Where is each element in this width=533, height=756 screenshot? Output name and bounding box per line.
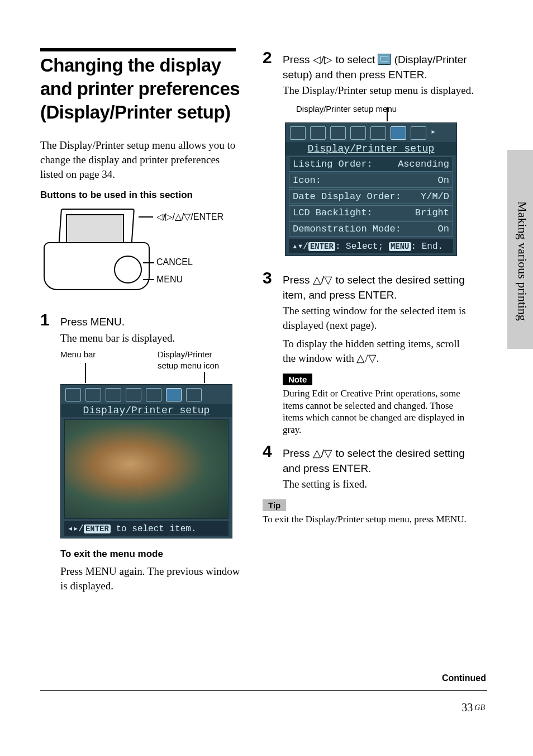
lcd-setting-label: Date Display Order: (293, 191, 401, 202)
title-rule (40, 48, 236, 51)
step-2-follow: The Display/Printer setup menu is displa… (283, 83, 475, 98)
lcd-menu-icon (290, 126, 306, 140)
lcd-hint: ◂▸/ENTER to select item. (64, 521, 229, 536)
intro-paragraph: The Display/Printer setup menu allows yo… (40, 138, 241, 182)
lcd-setting-value: Ascending (398, 159, 449, 169)
lcd-menu-icon (186, 388, 202, 401)
continued-label: Continued (442, 673, 486, 683)
step-3-follow-2: To display the hidden setting items, scr… (283, 337, 475, 366)
lcd-hint: ▴▾/ENTER: Select; MENU: End. (289, 239, 453, 253)
lcd-menu-icon (370, 126, 386, 140)
exit-heading: To exit the menu mode (60, 549, 241, 560)
lcd-menu-icon (411, 126, 426, 140)
lcd-setting-row: Date Display Order:Y/M/D (289, 189, 453, 204)
display-printer-icon (378, 54, 391, 65)
tip-label: Tip (263, 499, 286, 511)
page-number: 33GB (461, 701, 485, 714)
lcd-menu-icon (146, 388, 161, 401)
step-2-lcd: ▸ Display/Printer setup Listing Order:As… (285, 122, 457, 256)
lcd-menu-icon-display-printer (391, 126, 406, 140)
lcd-setting-row: Icon:On (289, 173, 453, 188)
chapter-label: Making various printing (515, 201, 530, 321)
lcd-setting-value: Bright (415, 207, 449, 218)
lcd-setting-label: Icon: (293, 175, 321, 186)
lcd-setting-row: Listing Order:Ascending (289, 157, 453, 172)
step-2-number: 2 (263, 48, 283, 67)
step-2: 2 Press ◁/▷ to select (Display/Printer s… (263, 48, 475, 98)
label-cancel: CANCEL (156, 257, 193, 267)
lcd-menu-icon (350, 126, 366, 140)
step-1-number: 1 (40, 310, 60, 329)
tip-text: To exit the Display/Printer setup menu, … (263, 513, 475, 526)
arrow-right-icon: ▸ (431, 126, 436, 140)
lcd-setting-row: LCD Backlight:Bright (289, 205, 453, 220)
step-1-figure: Menu bar Display/Printer setup menu icon… (60, 349, 234, 538)
footer-rule (40, 690, 487, 691)
label-menu-bar: Menu bar (60, 349, 122, 371)
lcd-setting-value: On (438, 175, 449, 186)
lcd-setting-value: Y/M/D (421, 191, 449, 202)
lcd-setting-label: LCD Backlight: (293, 207, 373, 218)
step-4: 4 Press △/▽ to select the desired settin… (263, 442, 475, 492)
device-illustration: ◁/▷/△/▽/ENTER CANCEL MENU (40, 205, 241, 306)
lcd-menu-icon-display-printer (166, 388, 182, 401)
lcd-menu-icon (85, 388, 101, 401)
lcd-setting-label: Listing Order: (293, 159, 373, 169)
lcd-menu-icon (65, 388, 81, 401)
exit-body: Press MENU again. The previous window is… (60, 564, 241, 593)
lcd-menubar: ▸ (285, 123, 456, 142)
lcd-title: Display/Printer setup (285, 142, 456, 155)
lcd-setting-label: Demonstration Mode: (293, 224, 401, 234)
lcd-menu-icon (310, 126, 326, 140)
label-arrows-enter: ◁/▷/△/▽/ENTER (156, 211, 223, 222)
step-1-follow: The menu bar is displayed. (60, 331, 241, 346)
lcd-title: Display/Printer setup (61, 404, 232, 417)
step-3-follow-1: The setting window for the selected item… (283, 304, 475, 333)
label-dp-icon: Display/Printer setup menu icon (158, 349, 234, 371)
label-menu: MENU (156, 275, 183, 285)
note-label: Note (283, 374, 312, 385)
step-3-number: 3 (263, 268, 283, 287)
step-1-lead: Press MENU. (60, 315, 241, 330)
step-1: 1 Press MENU. The menu bar is displayed. (40, 310, 241, 346)
step-2-caption: Display/Printer setup menu (296, 103, 475, 115)
lcd-menu-icon (330, 126, 346, 140)
lcd-photo (64, 419, 229, 519)
buttons-heading: Buttons to be used in this section (40, 190, 241, 201)
lcd-menubar (61, 385, 232, 404)
step-2-lead: Press ◁/▷ to select (Display/Printer set… (283, 53, 475, 82)
step-3-lead: Press △/▽ to select the desired setting … (283, 273, 475, 303)
step-4-follow: The setting is fixed. (283, 477, 475, 492)
step-4-lead: Press △/▽ to select the desired setting … (283, 446, 475, 476)
lcd-setting-value: On (438, 224, 449, 234)
step-1-lcd: Display/Printer setup ◂▸/ENTER to select… (60, 384, 232, 538)
step-4-number: 4 (263, 442, 283, 461)
lcd-menu-icon (106, 388, 121, 401)
note-text: During Edit or Creative Print operations… (283, 388, 475, 436)
step-3: 3 Press △/▽ to select the desired settin… (263, 268, 475, 366)
lcd-settings-list: Listing Order:AscendingIcon:OnDate Displ… (289, 157, 453, 237)
page-title: Changing the display and printer prefere… (40, 54, 241, 125)
lcd-menu-icon (126, 388, 141, 401)
lcd-setting-row: Demonstration Mode:On (289, 221, 453, 237)
